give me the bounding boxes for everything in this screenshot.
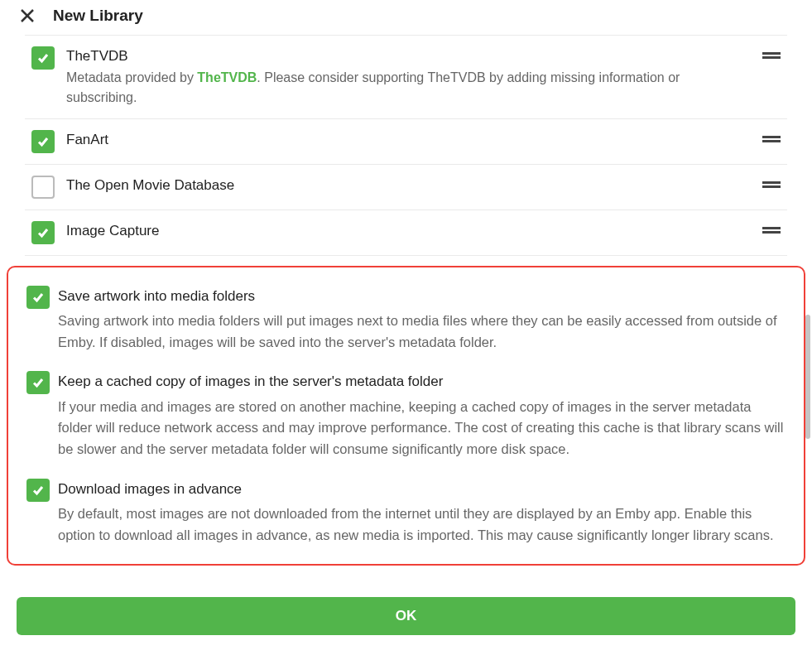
checkbox-download-advance[interactable] <box>26 479 50 502</box>
metadata-provider-thetvdb: TheTVDB Metadata provided by TheTVDB. Pl… <box>25 35 787 119</box>
checkbox-image-capture[interactable] <box>31 221 55 244</box>
provider-text: Image Capture <box>66 221 754 241</box>
metadata-provider-fanart: FanArt <box>25 119 787 165</box>
drag-handle-icon[interactable] <box>754 176 781 190</box>
thetvdb-link[interactable]: TheTVDB <box>197 70 257 84</box>
svg-rect-9 <box>762 231 781 234</box>
svg-rect-7 <box>762 185 781 188</box>
option-cached-copy: Keep a cached copy of images in the serv… <box>26 371 786 460</box>
drag-handle-icon[interactable] <box>754 130 781 145</box>
ok-button[interactable]: OK <box>17 597 795 635</box>
provider-title: TheTVDB <box>66 46 754 66</box>
drag-handle-icon[interactable] <box>754 221 781 236</box>
provider-desc: Metadata provided by TheTVDB. Please con… <box>66 68 754 108</box>
option-text: Save artwork into media folders Saving a… <box>58 286 786 354</box>
provider-text: The Open Movie Database <box>66 176 754 195</box>
artwork-options-group: Save artwork into media folders Saving a… <box>7 266 805 566</box>
dialog-content: TheTVDB Metadata provided by TheTVDB. Pl… <box>0 35 812 566</box>
option-text: Keep a cached copy of images in the serv… <box>58 371 786 460</box>
checkbox-omdb[interactable] <box>31 176 55 199</box>
checkbox-cached-copy[interactable] <box>26 371 50 394</box>
option-save-artwork: Save artwork into media folders Saving a… <box>26 286 786 354</box>
svg-rect-5 <box>762 140 781 142</box>
dialog-header: New Library <box>0 0 812 35</box>
svg-rect-3 <box>762 56 781 59</box>
svg-rect-2 <box>762 52 781 55</box>
provider-title: The Open Movie Database <box>66 176 754 195</box>
option-desc: By default, most images are not download… <box>58 503 786 546</box>
checkbox-thetvdb[interactable] <box>31 46 55 70</box>
close-icon[interactable] <box>18 7 36 25</box>
svg-rect-8 <box>762 227 781 229</box>
option-download-advance: Download images in advance By default, m… <box>26 479 786 547</box>
option-desc: Saving artwork into media folders will p… <box>58 311 786 353</box>
checkbox-fanart[interactable] <box>31 130 55 153</box>
provider-title: FanArt <box>66 130 754 150</box>
option-desc: If your media and images are stored on a… <box>58 397 786 460</box>
option-title: Keep a cached copy of images in the serv… <box>58 371 786 393</box>
desc-prefix: Metadata provided by <box>66 70 197 84</box>
checkbox-save-artwork[interactable] <box>26 286 50 309</box>
scrollbar[interactable] <box>805 315 810 439</box>
provider-text: TheTVDB Metadata provided by TheTVDB. Pl… <box>66 46 754 108</box>
provider-text: FanArt <box>66 130 754 150</box>
drag-handle-icon[interactable] <box>754 46 781 61</box>
svg-rect-6 <box>762 181 781 184</box>
dialog-title: New Library <box>53 7 143 25</box>
option-title: Download images in advance <box>58 479 786 500</box>
metadata-provider-image-capture: Image Capture <box>25 210 787 256</box>
option-title: Save artwork into media folders <box>58 286 786 307</box>
metadata-provider-omdb: The Open Movie Database <box>25 165 787 210</box>
svg-rect-4 <box>762 136 781 138</box>
provider-title: Image Capture <box>66 221 754 241</box>
option-text: Download images in advance By default, m… <box>58 479 786 547</box>
